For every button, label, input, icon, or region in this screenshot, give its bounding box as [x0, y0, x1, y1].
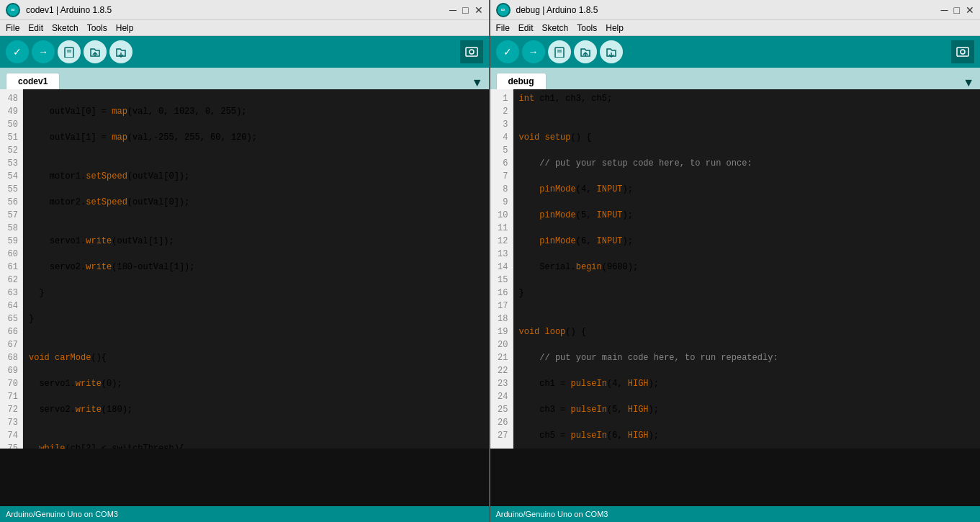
left-window-controls: ─ □ ✕ [449, 4, 482, 16]
left-menu-help[interactable]: Help [116, 23, 134, 33]
right-upload-button[interactable]: → [522, 40, 545, 63]
left-maximize-button[interactable]: □ [462, 4, 468, 16]
right-tab-dropdown[interactable]: ▼ [963, 76, 974, 89]
right-code-line-14: ch3 = pulseIn(5, HIGH); [519, 403, 975, 416]
left-upload-button[interactable]: → [32, 40, 55, 63]
right-code-scroll[interactable]: 1 2 3 4 5 6 7 8 9 10 11 12 13 14 15 16 1 [490, 89, 981, 449]
left-menu-tools[interactable]: Tools [87, 23, 107, 33]
right-title-bar: ∞ debug | Arduino 1.8.5 ─ □ ✕ [490, 0, 981, 20]
right-toolbar: ✓ → [490, 36, 981, 68]
code-line-61: servo1.write(0); [29, 377, 483, 390]
right-code-content: int ch1, ch3, ch5; void setup() { // put… [513, 89, 981, 449]
right-title-bar-left: ∞ debug | Arduino 1.8.5 [496, 3, 598, 17]
code-line-55: servo1.write(outVal[1]); [29, 235, 483, 248]
right-logo: ∞ [496, 3, 511, 17]
left-status-bar: Arduino/Genuino Uno on COM3 [0, 506, 489, 522]
left-console-area [0, 449, 489, 506]
right-toolbar-right [951, 40, 974, 63]
right-close-button[interactable]: ✕ [966, 4, 974, 16]
left-tab-bar: codev1 ▼ [0, 68, 489, 89]
left-toolbar: ✓ → [0, 36, 489, 68]
right-code-line-5: pinMode(4, INPUT); [519, 183, 975, 196]
left-open-button[interactable] [84, 40, 107, 63]
left-toolbar-left: ✓ → [6, 40, 132, 63]
right-menu-sketch[interactable]: Sketch [542, 23, 569, 33]
svg-rect-5 [466, 48, 477, 56]
left-new-button[interactable] [58, 40, 81, 63]
code-line-58: } [29, 312, 483, 325]
right-tab-bar: debug ▼ [490, 68, 981, 89]
code-line-49: outVal[0] = map(val, 0, 1023, 0, 255); [29, 105, 483, 118]
right-code-line-7: pinMode(6, INPUT); [519, 235, 975, 248]
right-serial-monitor-button[interactable] [951, 40, 974, 63]
right-menu-bar: File Edit Sketch Tools Help [490, 20, 981, 36]
code-line-62: servo2.write(180); [29, 403, 483, 416]
code-line-57: } [29, 287, 483, 300]
left-code-area: 48 49 50 51 52 53 54 55 56 57 58 59 60 6… [0, 89, 489, 449]
right-minimize-button[interactable]: ─ [941, 4, 948, 16]
right-new-button[interactable] [548, 40, 571, 63]
right-code-line-4: // put your setup code here, to run once… [519, 157, 975, 170]
svg-point-6 [469, 50, 474, 54]
code-line-64: while(ch[2] < switchThresh){ [29, 442, 483, 449]
right-code-area: 1 2 3 4 5 6 7 8 9 10 11 12 13 14 15 16 1 [490, 89, 981, 449]
left-save-button[interactable] [109, 40, 132, 63]
left-tab-dropdown[interactable]: ▼ [472, 76, 483, 89]
left-line-numbers: 48 49 50 51 52 53 54 55 56 57 58 59 60 6… [0, 89, 23, 449]
right-status-text: Arduino/Genuino Uno on COM3 [496, 510, 608, 518]
right-menu-help[interactable]: Help [606, 23, 624, 33]
svg-rect-7 [555, 48, 564, 58]
left-status-text: Arduino/Genuino Uno on COM3 [6, 510, 118, 518]
right-save-button[interactable] [600, 40, 623, 63]
svg-point-13 [961, 50, 965, 54]
right-toolbar-left: ✓ → [496, 40, 623, 63]
right-tab-debug[interactable]: debug [496, 73, 547, 89]
right-menu-edit[interactable]: Edit [518, 23, 534, 33]
right-title-text: debug | Arduino 1.8.5 [516, 5, 598, 15]
right-verify-button[interactable]: ✓ [496, 40, 519, 63]
left-code-scroll[interactable]: 48 49 50 51 52 53 54 55 56 57 58 59 60 6… [0, 89, 489, 449]
left-tab-codev1[interactable]: codev1 [6, 73, 60, 89]
left-logo: ∞ [6, 3, 20, 17]
code-line-53: motor2.setSpeed(outVal[0]); [29, 196, 483, 209]
left-ide-panel: ∞ codev1 | Arduino 1.8.5 ─ □ ✕ File Edit… [0, 0, 490, 522]
right-code-line-1: int ch1, ch3, ch5; [519, 92, 975, 105]
svg-rect-0 [65, 48, 73, 58]
right-menu-file[interactable]: File [496, 23, 510, 33]
left-title-bar-left: ∞ codev1 | Arduino 1.8.5 [6, 3, 112, 17]
right-console-area [490, 449, 981, 506]
right-maximize-button[interactable]: □ [954, 4, 960, 16]
right-code-line-13: ch1 = pulseIn(4, HIGH); [519, 377, 975, 390]
left-toolbar-right [460, 40, 483, 63]
right-window-controls: ─ □ ✕ [941, 4, 974, 16]
right-code-line-9: } [519, 287, 975, 300]
left-minimize-button[interactable]: ─ [449, 4, 457, 16]
code-line-50: outVal[1] = map(val,-255, 255, 60, 120); [29, 131, 483, 144]
right-code-line-15: ch5 = pulseIn(6, HIGH); [519, 429, 975, 442]
right-ide-panel: ∞ debug | Arduino 1.8.5 ─ □ ✕ File Edit … [490, 0, 981, 522]
left-menu-sketch[interactable]: Sketch [52, 23, 78, 33]
right-code-line-11: void loop() { [519, 325, 975, 338]
right-open-button[interactable] [574, 40, 597, 63]
left-close-button[interactable]: ✕ [475, 4, 483, 16]
svg-rect-12 [957, 48, 968, 56]
right-code-line-12: // put your main code here, to run repea… [519, 351, 975, 364]
code-line-52: motor1.setSpeed(outVal[0]); [29, 170, 483, 183]
left-menu-bar: File Edit Sketch Tools Help [0, 20, 489, 36]
code-line-60: void carMode(){ [29, 351, 483, 364]
right-status-bar: Arduino/Genuino Uno on COM3 [490, 506, 981, 522]
right-line-numbers: 1 2 3 4 5 6 7 8 9 10 11 12 13 14 15 16 1 [490, 89, 513, 449]
right-code-line-3: void setup() { [519, 131, 975, 144]
left-verify-button[interactable]: ✓ [6, 40, 29, 63]
code-line-56: servo2.write(180-outVal[1]); [29, 261, 483, 274]
right-code-line-6: pinMode(5, INPUT); [519, 209, 975, 222]
right-code-line-8: Serial.begin(9600); [519, 261, 975, 274]
left-code-content: outVal[0] = map(val, 0, 1023, 0, 255); o… [23, 89, 489, 449]
left-title-bar: ∞ codev1 | Arduino 1.8.5 ─ □ ✕ [0, 0, 489, 20]
left-serial-monitor-button[interactable] [460, 40, 483, 63]
left-menu-file[interactable]: File [6, 23, 19, 33]
right-menu-tools[interactable]: Tools [577, 23, 597, 33]
left-title-text: codev1 | Arduino 1.8.5 [26, 5, 112, 15]
left-menu-edit[interactable]: Edit [28, 23, 43, 33]
